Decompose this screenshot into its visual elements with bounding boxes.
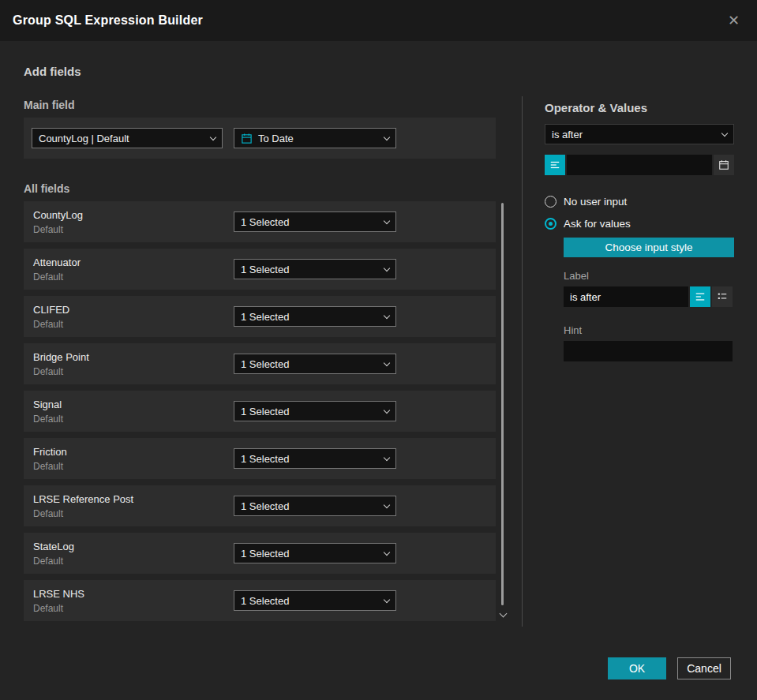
- selected-count-value: 1 Selected: [241, 358, 289, 370]
- selected-count-dropdown[interactable]: 1 Selected: [234, 543, 396, 563]
- selected-count-dropdown[interactable]: 1 Selected: [234, 354, 396, 374]
- field-name: Attenuator: [33, 256, 234, 268]
- field-subtitle: Default: [33, 556, 234, 567]
- label-row: [564, 286, 734, 307]
- selected-count-value: 1 Selected: [241, 406, 289, 417]
- selected-count-dropdown[interactable]: 1 Selected: [234, 448, 396, 469]
- scrollbar-thumb[interactable]: [501, 203, 504, 605]
- radio-circle-checked-icon: [545, 218, 557, 230]
- selected-count-dropdown[interactable]: 1 Selected: [234, 401, 396, 421]
- field-subtitle: Default: [33, 366, 234, 377]
- selected-count-value: 1 Selected: [241, 548, 289, 560]
- text-style-button-active[interactable]: [690, 286, 710, 307]
- field-subtitle: Default: [33, 603, 234, 614]
- main-field-dropdown-value: CountyLog | Default: [39, 133, 129, 144]
- field-name: CLIFED: [33, 304, 234, 316]
- bullet-list-icon: [717, 291, 728, 302]
- calendar-icon: [241, 133, 253, 144]
- cancel-button[interactable]: Cancel: [677, 657, 731, 679]
- field-row: Bridge Point Default 1 Selected: [24, 343, 496, 384]
- field-name: StateLog: [33, 541, 234, 552]
- field-name: Bridge Point: [33, 351, 234, 363]
- chevron-down-icon: [384, 217, 390, 223]
- main-field-panel: CountyLog | Default To Date: [24, 118, 496, 159]
- chevron-down-icon: [384, 406, 390, 413]
- operator-dropdown[interactable]: is after: [545, 124, 734, 144]
- radio-ask-for-values[interactable]: Ask for values: [545, 218, 734, 230]
- ok-button[interactable]: OK: [608, 657, 666, 679]
- field-row: LRSE NHS Default 1 Selected: [24, 580, 496, 621]
- field-subtitle: Default: [33, 414, 234, 425]
- date-picker-button[interactable]: [714, 155, 734, 175]
- selected-count-value: 1 Selected: [241, 595, 289, 607]
- field-name: Friction: [33, 446, 234, 458]
- dialog-footer: OK Cancel: [608, 657, 731, 679]
- field-subtitle: Default: [33, 271, 234, 283]
- dialog-title: Group SQL Expression Builder: [13, 13, 203, 28]
- selected-count-value: 1 Selected: [241, 216, 289, 228]
- label-field-label: Label: [564, 270, 734, 282]
- selected-count-dropdown[interactable]: 1 Selected: [234, 259, 396, 279]
- radio-label: No user input: [564, 196, 627, 208]
- field-row: LRSE Reference Post Default 1 Selected: [24, 485, 496, 526]
- operator-values-heading: Operator & Values: [545, 101, 734, 114]
- set-from-field-button[interactable]: [545, 155, 565, 175]
- selected-count-value: 1 Selected: [241, 311, 289, 323]
- value-row: [545, 155, 734, 175]
- selected-count-value: 1 Selected: [241, 500, 289, 512]
- field-row: Attenuator Default 1 Selected: [24, 249, 496, 290]
- user-input-radio-group: No user input Ask for values: [545, 196, 734, 230]
- selected-count-dropdown[interactable]: 1 Selected: [234, 590, 396, 611]
- scroll-down-icon[interactable]: [500, 610, 508, 618]
- selected-count-value: 1 Selected: [241, 264, 289, 275]
- dialog-body: Add fields Main field CountyLog | Defaul…: [0, 41, 757, 627]
- field-row: Signal Default 1 Selected: [24, 391, 496, 432]
- hint-input[interactable]: [564, 341, 733, 361]
- choose-input-style-button[interactable]: Choose input style: [564, 238, 734, 257]
- chevron-down-icon: [384, 359, 390, 365]
- value-input[interactable]: [567, 155, 712, 175]
- chevron-down-icon: [384, 454, 390, 460]
- chevron-down-icon: [384, 133, 390, 140]
- selected-count-dropdown[interactable]: 1 Selected: [234, 306, 396, 327]
- field-subtitle: Default: [33, 319, 234, 330]
- chevron-down-icon: [384, 548, 390, 555]
- close-icon[interactable]: ✕: [723, 10, 744, 31]
- field-row: Friction Default 1 Selected: [24, 438, 496, 479]
- field-name: CountyLog: [33, 209, 234, 221]
- list-style-button[interactable]: [712, 286, 733, 307]
- add-fields-heading: Add fields: [24, 65, 496, 78]
- align-left-icon: [695, 291, 706, 302]
- chevron-down-icon: [384, 596, 390, 602]
- calendar-icon: [718, 159, 729, 170]
- all-fields-label: All fields: [24, 182, 496, 195]
- operator-values-section: Operator & Values is after: [522, 96, 734, 627]
- radio-circle-icon: [545, 196, 557, 208]
- label-input[interactable]: [564, 286, 688, 307]
- radio-label: Ask for values: [564, 218, 631, 230]
- dialog-header: Group SQL Expression Builder ✕: [0, 0, 757, 41]
- selected-count-dropdown[interactable]: 1 Selected: [234, 496, 396, 516]
- list-lines-icon: [549, 159, 560, 170]
- main-field-dropdown[interactable]: CountyLog | Default: [32, 128, 223, 148]
- chevron-down-icon: [384, 312, 390, 318]
- radio-no-user-input[interactable]: No user input: [545, 196, 734, 208]
- main-field-label: Main field: [24, 99, 496, 111]
- field-row: StateLog Default 1 Selected: [24, 533, 496, 574]
- to-date-dropdown[interactable]: To Date: [234, 128, 396, 148]
- chevron-down-icon: [384, 501, 390, 507]
- field-row: CLIFED Default 1 Selected: [24, 296, 496, 337]
- selected-count-value: 1 Selected: [241, 453, 289, 465]
- field-name: LRSE NHS: [33, 588, 234, 600]
- chevron-down-icon: [384, 264, 390, 271]
- field-subtitle: Default: [33, 224, 234, 235]
- field-subtitle: Default: [33, 461, 234, 472]
- add-fields-section: Add fields Main field CountyLog | Defaul…: [24, 65, 496, 627]
- selected-count-dropdown[interactable]: 1 Selected: [234, 211, 396, 232]
- all-fields-list: CountyLog Default 1 Selected Attenuator …: [24, 201, 496, 621]
- chevron-down-icon: [721, 129, 728, 136]
- field-name: Signal: [33, 399, 234, 410]
- field-subtitle: Default: [33, 508, 234, 519]
- field-name: LRSE Reference Post: [33, 493, 234, 505]
- hint-field-label: Hint: [564, 324, 734, 336]
